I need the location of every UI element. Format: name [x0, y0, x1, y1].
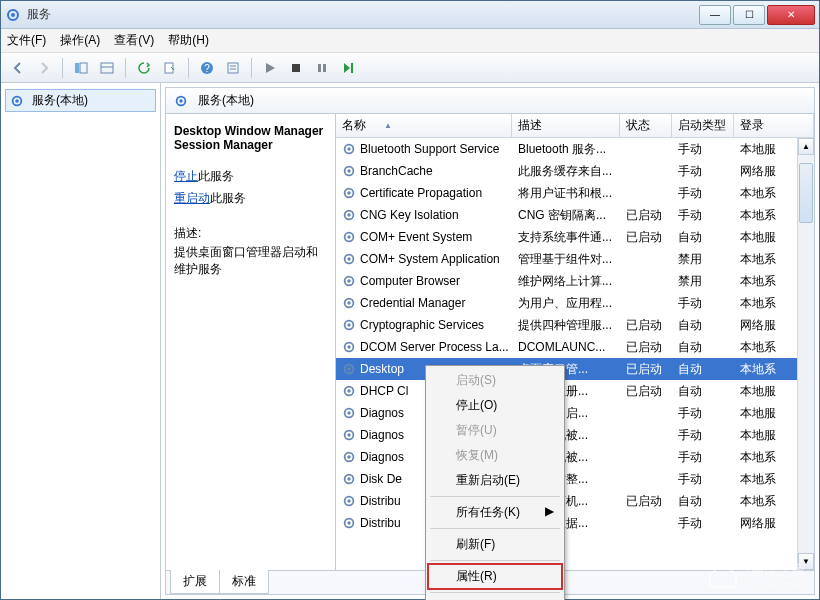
selected-service-name: Desktop Window Manager Session Manager	[174, 124, 327, 152]
service-row[interactable]: Diagnos系统主机被...手动本地系	[336, 446, 797, 468]
scroll-up-button[interactable]: ▲	[798, 138, 814, 155]
cell-startup: 手动	[672, 141, 734, 158]
cell-logon: 本地服	[734, 427, 797, 444]
cell-startup: 自动	[672, 493, 734, 510]
refresh-button[interactable]	[133, 57, 155, 79]
cm-refresh[interactable]: 刷新(F)	[428, 532, 562, 557]
cm-stop[interactable]: 停止(O)	[428, 393, 562, 418]
cm-start: 启动(S)	[428, 368, 562, 393]
cell-desc: Bluetooth 服务...	[512, 141, 620, 158]
cm-separator	[430, 560, 560, 561]
separator	[251, 58, 252, 78]
export-button[interactable]	[159, 57, 181, 79]
tab-standard[interactable]: 标准	[219, 570, 269, 594]
col-name[interactable]: 名称▲	[336, 114, 512, 137]
scroll-down-button[interactable]: ▼	[798, 553, 814, 570]
service-row[interactable]: Computer Browser维护网络上计算...禁用本地系	[336, 270, 797, 292]
detail-pane: Desktop Window Manager Session Manager 停…	[166, 114, 336, 570]
service-row[interactable]: DHCP Cl计算机注册...已启动自动本地服	[336, 380, 797, 402]
svg-point-39	[347, 345, 351, 349]
cell-desc: 将用户证书和根...	[512, 185, 620, 202]
services-icon	[5, 7, 21, 23]
stop-service-button[interactable]	[285, 57, 307, 79]
tab-extended[interactable]: 扩展	[170, 570, 220, 594]
vertical-scrollbar[interactable]: ▲ ▼	[797, 138, 814, 570]
titlebar[interactable]: 服务 — ☐ ✕	[1, 1, 819, 29]
cell-startup: 手动	[672, 185, 734, 202]
cell-status: 已启动	[620, 361, 672, 378]
service-row[interactable]: Certificate Propagation将用户证书和根...手动本地系	[336, 182, 797, 204]
cell-startup: 禁用	[672, 251, 734, 268]
svg-rect-14	[323, 64, 326, 72]
menu-help[interactable]: 帮助(H)	[168, 32, 209, 49]
cm-properties[interactable]: 属性(R)	[428, 564, 562, 589]
cell-status: 已启动	[620, 383, 672, 400]
cell-name: BranchCache	[336, 164, 512, 178]
restart-service-button[interactable]	[337, 57, 359, 79]
start-service-button[interactable]	[259, 57, 281, 79]
cm-restart[interactable]: 重新启动(E)	[428, 468, 562, 493]
cell-logon: 本地系	[734, 339, 797, 356]
menu-file[interactable]: 文件(F)	[7, 32, 46, 49]
col-status[interactable]: 状态	[620, 114, 672, 137]
service-row[interactable]: Distribu调多个数据...手动网络服	[336, 512, 797, 534]
col-logon[interactable]: 登录	[734, 114, 814, 137]
svg-point-21	[347, 147, 351, 151]
service-row[interactable]: Bluetooth Support ServiceBluetooth 服务...…	[336, 138, 797, 160]
menu-action[interactable]: 操作(A)	[60, 32, 100, 49]
menu-view[interactable]: 查看(V)	[114, 32, 154, 49]
minimize-button[interactable]: —	[699, 5, 731, 25]
stop-link[interactable]: 停止	[174, 169, 198, 183]
cell-desc: 提供四种管理服...	[512, 317, 620, 334]
service-row[interactable]: Credential Manager为用户、应用程...手动本地系	[336, 292, 797, 314]
maximize-button[interactable]: ☐	[733, 5, 765, 25]
close-button[interactable]: ✕	[767, 5, 815, 25]
cell-startup: 自动	[672, 383, 734, 400]
body-split: 服务(本地) 服务(本地) Desktop Window Manager Ses…	[1, 83, 819, 599]
cell-logon: 本地服	[734, 229, 797, 246]
details-pane-button[interactable]	[96, 57, 118, 79]
service-row[interactable]: Diagnos服务主机被...手动本地服	[336, 424, 797, 446]
cm-help[interactable]: 帮助(H)	[428, 596, 562, 600]
service-row[interactable]: COM+ Event System支持系统事件通...已启动自动本地服	[336, 226, 797, 248]
restart-suffix: 此服务	[210, 191, 246, 205]
service-row[interactable]: Desktop桌面窗口管...已启动自动本地系	[336, 358, 797, 380]
properties-button[interactable]	[222, 57, 244, 79]
svg-point-55	[347, 521, 351, 525]
list-rows[interactable]: Bluetooth Support ServiceBluetooth 服务...…	[336, 138, 797, 570]
cell-logon: 本地系	[734, 361, 797, 378]
col-desc[interactable]: 描述	[512, 114, 620, 137]
cell-logon: 本地系	[734, 207, 797, 224]
service-row[interactable]: Disk De磁盘碎片整...手动本地系	[336, 468, 797, 490]
service-row[interactable]: Distribu整个计算机...已启动自动本地系	[336, 490, 797, 512]
service-row[interactable]: Diagnos诊断服务启...手动本地服	[336, 402, 797, 424]
forward-button[interactable]	[33, 57, 55, 79]
cm-all-tasks[interactable]: 所有任务(K)▶	[428, 500, 562, 525]
pause-service-button[interactable]	[311, 57, 333, 79]
service-row[interactable]: COM+ System Application管理基于组件对...禁用本地系	[336, 248, 797, 270]
list-pane: 名称▲ 描述 状态 启动类型 登录 Bluetooth Support Serv…	[336, 114, 814, 570]
back-button[interactable]	[7, 57, 29, 79]
svg-point-33	[347, 279, 351, 283]
tree-root-item[interactable]: 服务(本地)	[5, 89, 156, 112]
toolbar: ?	[1, 53, 819, 83]
help-button[interactable]: ?	[196, 57, 218, 79]
svg-point-27	[347, 213, 351, 217]
service-row[interactable]: CNG Key IsolationCNG 密钥隔离...已启动手动本地系	[336, 204, 797, 226]
services-window: 服务 — ☐ ✕ 文件(F) 操作(A) 查看(V) 帮助(H) ?	[0, 0, 820, 600]
restart-link[interactable]: 重启动	[174, 191, 210, 205]
svg-point-29	[347, 235, 351, 239]
cm-separator	[430, 496, 560, 497]
cell-startup: 自动	[672, 317, 734, 334]
right-header: 服务(本地)	[166, 88, 814, 114]
svg-rect-15	[351, 63, 353, 73]
show-hide-tree-button[interactable]	[70, 57, 92, 79]
service-row[interactable]: DCOM Server Process La...DCOMLAUNC...已启动…	[336, 336, 797, 358]
stop-suffix: 此服务	[198, 169, 234, 183]
service-row[interactable]: Cryptographic Services提供四种管理服...已启动自动网络服	[336, 314, 797, 336]
scroll-thumb[interactable]	[799, 163, 813, 223]
scroll-track[interactable]	[798, 155, 814, 553]
col-startup[interactable]: 启动类型	[672, 114, 734, 137]
cell-name: COM+ System Application	[336, 252, 512, 266]
service-row[interactable]: BranchCache此服务缓存来自...手动网络服	[336, 160, 797, 182]
